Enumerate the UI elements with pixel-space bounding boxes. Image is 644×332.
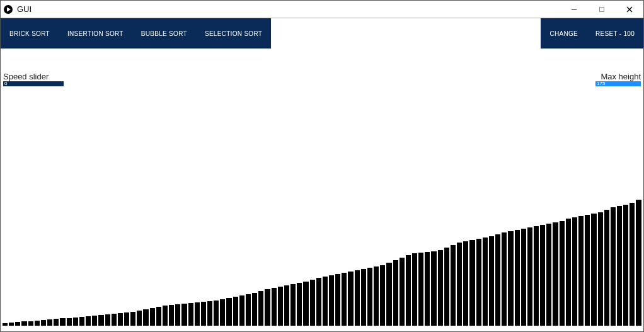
brick-sort-button[interactable]: BRICK SORT [1, 18, 59, 49]
bar [380, 265, 385, 326]
bar [118, 313, 123, 326]
bar [195, 302, 200, 326]
bar [566, 219, 571, 326]
bubble-sort-button[interactable]: BUBBLE SORT [132, 18, 196, 49]
bar [418, 253, 423, 326]
minimize-button[interactable] [560, 1, 588, 18]
bar [367, 268, 372, 326]
bar [226, 298, 231, 326]
sliders-row: Speed slider 0 Max height 175 [1, 72, 643, 85]
bar [572, 217, 577, 326]
bar [92, 316, 97, 326]
max-height-slider[interactable]: 175 [595, 81, 641, 86]
bar [546, 224, 551, 326]
bar [591, 214, 596, 326]
bar [463, 241, 468, 326]
bar [412, 253, 417, 326]
close-button[interactable] [616, 1, 643, 18]
svg-rect-3 [600, 7, 604, 11]
sort-button-group: BRICK SORT INSERTION SORT BUBBLE SORT SE… [1, 18, 271, 49]
bar [540, 225, 545, 326]
bar [207, 301, 212, 326]
change-button[interactable]: CHANGE [541, 18, 587, 49]
bar [469, 240, 474, 326]
bar [246, 294, 251, 326]
bar [393, 260, 398, 326]
bar [112, 314, 117, 326]
bar [67, 318, 72, 326]
bar [137, 311, 142, 326]
selection-sort-button[interactable]: SELECTION SORT [196, 18, 271, 49]
bar [143, 309, 148, 326]
bar [54, 319, 59, 326]
insertion-sort-button[interactable]: INSERTION SORT [59, 18, 132, 49]
bar [431, 251, 436, 326]
bar [86, 316, 91, 326]
reset-button[interactable]: RESET - 100 [587, 18, 643, 49]
bar [527, 227, 532, 326]
bar [297, 283, 302, 326]
bar [28, 321, 33, 326]
bar [585, 215, 590, 326]
bar [169, 305, 174, 326]
bar [617, 206, 622, 326]
titlebar: GUI [1, 1, 643, 18]
bar [316, 278, 321, 326]
bar [521, 229, 526, 326]
bar [386, 263, 391, 326]
bar [560, 221, 565, 326]
bar [124, 312, 129, 326]
bar [623, 205, 628, 326]
max-height-slider-block: Max height 175 [595, 72, 641, 86]
bar [335, 274, 340, 326]
bar [73, 318, 78, 326]
bars-visualization [3, 200, 641, 326]
bar [444, 248, 449, 326]
bar [15, 322, 20, 326]
bar [515, 230, 520, 326]
bar [425, 252, 430, 326]
speed-slider-value: 0 [4, 81, 7, 87]
maximize-button[interactable] [588, 1, 616, 18]
bar [233, 297, 238, 326]
bar [361, 269, 366, 326]
bar [156, 307, 161, 326]
bar [35, 321, 40, 326]
bar [278, 287, 283, 326]
bar [60, 318, 65, 326]
bar [98, 315, 103, 326]
bar [342, 273, 347, 326]
bar [105, 314, 110, 326]
window-title: GUI [17, 4, 32, 14]
bar [163, 306, 168, 326]
bar [9, 323, 14, 326]
bar [457, 243, 462, 326]
bar [258, 291, 263, 326]
bar [284, 285, 289, 326]
bar [630, 203, 635, 326]
bar [21, 321, 26, 326]
bar [451, 245, 456, 326]
bar [323, 277, 328, 326]
bar [41, 320, 46, 326]
bar [534, 226, 539, 326]
bar [604, 210, 609, 326]
bar [79, 317, 84, 326]
bar [130, 312, 135, 326]
bar [374, 266, 379, 326]
bar [265, 289, 270, 326]
bar [355, 270, 360, 326]
speed-slider[interactable]: 0 [3, 81, 64, 86]
bar [495, 234, 500, 326]
bar [181, 304, 187, 326]
control-button-group: CHANGE RESET - 100 [541, 18, 643, 49]
speed-slider-label: Speed slider [3, 72, 64, 81]
bar [201, 302, 206, 326]
bar [348, 272, 353, 326]
bar [483, 238, 488, 326]
bar [47, 319, 52, 326]
app-play-icon [3, 4, 13, 14]
bar [214, 301, 219, 326]
bar [553, 222, 558, 326]
bar [252, 293, 257, 326]
